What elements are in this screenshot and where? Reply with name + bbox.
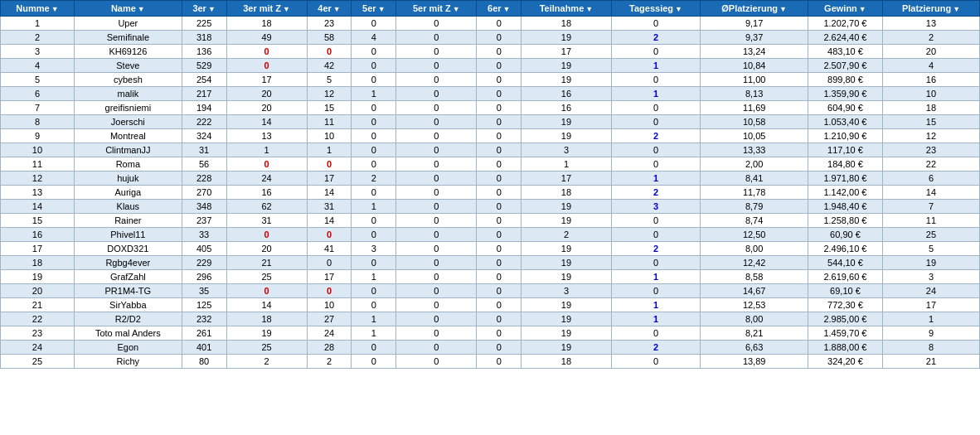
cell-sechs: 0 (477, 45, 522, 59)
header-row: Numme▼Name▼3er▼3er mit Z▼4er▼5er▼5er mit… (1, 1, 980, 17)
cell-vier: 0 (307, 45, 352, 59)
cell-fuenf: 0 (352, 284, 396, 298)
cell-drei: 35 (182, 284, 226, 298)
col-header-fuenf[interactable]: 5er▼ (352, 1, 396, 17)
cell-fuenf: 0 (352, 355, 396, 369)
cell-fuenf: 1 (352, 87, 396, 101)
cell-teilnahme: 19 (522, 31, 612, 45)
cell-fuenf: 0 (352, 129, 396, 143)
cell-sechs: 0 (477, 17, 522, 31)
cell-platzierung: 8,74 (701, 214, 808, 228)
cell-sechs: 0 (477, 115, 522, 129)
cell-name: PR1M4-TG (74, 284, 182, 298)
cell-name: hujuk (74, 172, 182, 186)
cell-fuenf: 0 (352, 115, 396, 129)
cell-vier: 14 (307, 214, 352, 228)
table-row: 8Joerschi222141100019010,581.053,40 €15 (1, 115, 980, 129)
cell-dreiZ: 13 (226, 129, 307, 143)
sort-icon: ▼ (283, 5, 290, 13)
cell-name: Toto mal Anders (74, 326, 182, 341)
cell-gewinn: 60,90 € (808, 228, 882, 242)
cell-vier: 2 (307, 355, 352, 369)
col-header-sechs[interactable]: 6er▼ (477, 1, 522, 17)
cell-dreiZ: 25 (226, 341, 307, 355)
col-header-gewinn[interactable]: Gewinn▼ (808, 1, 882, 17)
cell-dreiZ: 14 (226, 115, 307, 129)
cell-vier: 28 (307, 341, 352, 355)
cell-nummer: 21 (1, 298, 75, 312)
cell-name: Egon (74, 341, 182, 355)
table-row: 14Klaus34862311001938,791.948,40 €7 (1, 200, 980, 214)
cell-nummer: 16 (1, 228, 75, 242)
cell-tagessieg: 1 (611, 312, 701, 326)
cell-sechs: 0 (477, 214, 522, 228)
cell-tagessieg: 1 (611, 270, 701, 284)
col-header-dreiZ[interactable]: 3er mit Z▼ (226, 1, 307, 17)
cell-drei: 217 (182, 87, 226, 101)
cell-teilnahme: 19 (522, 312, 612, 326)
cell-name: Richy (74, 355, 182, 369)
cell-name: Semifinale (74, 31, 182, 45)
cell-nummer: 7 (1, 101, 75, 115)
cell-teilnahme: 2 (522, 228, 612, 242)
cell-name: Steve (74, 59, 182, 73)
table-row: 3KH691261360000017013,24483,10 €20 (1, 45, 980, 59)
col-header-tagessieg[interactable]: Tagessieg▼ (611, 1, 701, 17)
cell-teilnahme: 16 (522, 101, 612, 115)
cell-gewinn: 1.459,70 € (808, 326, 882, 341)
cell-teilnahme: 19 (522, 242, 612, 256)
cell-dreiZ: 14 (226, 298, 307, 312)
cell-name: KH69126 (74, 45, 182, 59)
cell-platzierung: 13,24 (701, 45, 808, 59)
col-header-name[interactable]: Name▼ (74, 1, 182, 17)
cell-gewinn: 184,80 € (808, 157, 882, 172)
col-header-nummer[interactable]: Numme▼ (1, 1, 75, 17)
cell-teilnahme: 19 (522, 200, 612, 214)
cell-vier: 10 (307, 129, 352, 143)
cell-fuenfZ: 0 (396, 200, 477, 214)
cell-vier: 17 (307, 172, 352, 186)
cell-fuenfZ: 0 (396, 143, 477, 157)
col-header-platzierung[interactable]: ØPlatzierung▼ (701, 1, 808, 17)
cell-fuenfZ: 0 (396, 284, 477, 298)
cell-nummer: 23 (1, 326, 75, 341)
cell-platz: 10 (882, 87, 979, 101)
cell-nummer: 8 (1, 115, 75, 129)
cell-dreiZ: 17 (226, 73, 307, 87)
cell-teilnahme: 19 (522, 326, 612, 341)
cell-tagessieg: 2 (611, 31, 701, 45)
cell-fuenf: 0 (352, 59, 396, 73)
cell-dreiZ: 0 (226, 228, 307, 242)
cell-platz: 8 (882, 341, 979, 355)
cell-gewinn: 1.142,00 € (808, 186, 882, 200)
cell-vier: 15 (307, 101, 352, 115)
sort-icon: ▼ (453, 5, 460, 13)
col-header-fuenfZ[interactable]: 5er mit Z▼ (396, 1, 477, 17)
cell-teilnahme: 19 (522, 298, 612, 312)
table-row: 13Auriga270161400018211,781.142,00 €14 (1, 186, 980, 200)
cell-vier: 31 (307, 200, 352, 214)
table-row: 15Rainer23731140001908,741.258,80 €11 (1, 214, 980, 228)
cell-gewinn: 324,20 € (808, 355, 882, 369)
cell-drei: 270 (182, 186, 226, 200)
cell-sechs: 0 (477, 270, 522, 284)
table-row: 10ClintmanJJ31110003013,33117,10 €23 (1, 143, 980, 157)
cell-dreiZ: 20 (226, 242, 307, 256)
cell-sechs: 0 (477, 129, 522, 143)
cell-fuenfZ: 0 (396, 242, 477, 256)
cell-tagessieg: 3 (611, 200, 701, 214)
col-header-platz[interactable]: Platzierung▼ (882, 1, 979, 17)
cell-gewinn: 117,10 € (808, 143, 882, 157)
col-header-teilnahme[interactable]: Teilnahme▼ (522, 1, 612, 17)
col-header-vier[interactable]: 4er▼ (307, 1, 352, 17)
cell-gewinn: 483,10 € (808, 45, 882, 59)
cell-sechs: 0 (477, 298, 522, 312)
cell-fuenf: 4 (352, 31, 396, 45)
cell-sechs: 0 (477, 157, 522, 172)
cell-fuenfZ: 0 (396, 214, 477, 228)
cell-platz: 3 (882, 270, 979, 284)
cell-drei: 348 (182, 200, 226, 214)
col-header-drei[interactable]: 3er▼ (182, 1, 226, 17)
cell-nummer: 2 (1, 31, 75, 45)
cell-platz: 18 (882, 101, 979, 115)
